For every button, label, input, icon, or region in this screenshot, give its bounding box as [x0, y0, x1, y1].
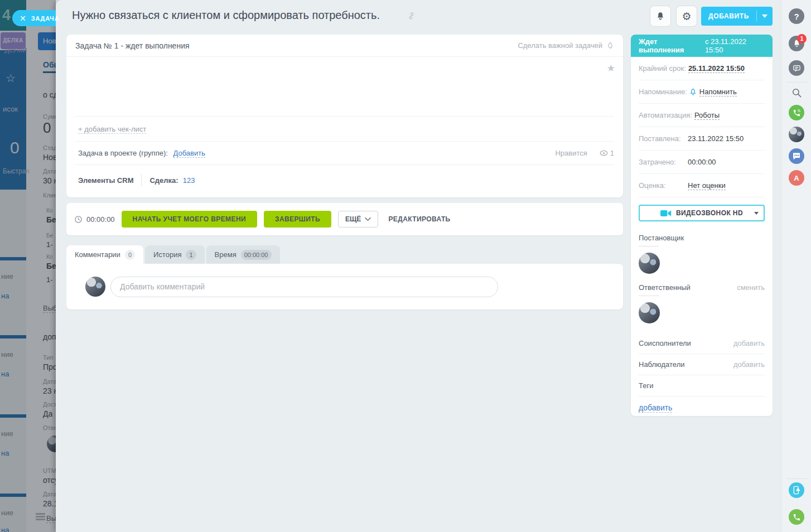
close-slider-button[interactable]: ✕ ЗАДАЧА — [12, 10, 56, 26]
current-user-avatar — [85, 277, 105, 297]
comment-input[interactable] — [110, 277, 498, 297]
project-label: Задача в проекте (группе): — [78, 149, 168, 157]
elapsed-timer: 00:00:00 — [74, 215, 115, 224]
close-icon: ✕ — [20, 14, 26, 22]
coexecutors-row: Соисполнители добавить — [639, 333, 765, 354]
field-automation: Автоматизация: Роботы — [639, 104, 765, 127]
field-label: Поставлена: — [639, 134, 688, 143]
feedback-button[interactable] — [789, 60, 804, 76]
add-coexecutor-link[interactable]: добавить — [733, 339, 765, 347]
marketplace-app-button[interactable]: A — [789, 170, 804, 186]
page-title: Нужно связаться с клиентом и сформироват… — [72, 9, 380, 22]
tags-label: Теги — [639, 381, 653, 390]
app-letter-icon: A — [794, 174, 799, 182]
notify-settings-button[interactable] — [650, 6, 671, 27]
like-link[interactable]: Нравится — [555, 149, 587, 157]
deal-label: Сделка: — [149, 176, 178, 185]
bell-icon — [655, 11, 665, 21]
divider — [786, 82, 807, 83]
search-button[interactable] — [789, 85, 804, 100]
timer-value: 00:00:00 — [86, 215, 115, 224]
add-button-label: ДОБАВИТЬ — [701, 12, 756, 20]
add-button[interactable]: ДОБАВИТЬ — [701, 7, 773, 26]
start-time-tracking-button[interactable]: НАЧАТЬ УЧЕТ МОЕГО ВРЕМЕНИ — [122, 211, 257, 228]
views-counter: 1 — [600, 149, 614, 157]
telephony-button[interactable] — [789, 105, 804, 120]
field-label: Затрачено: — [639, 158, 688, 166]
clock-icon — [74, 215, 83, 224]
responsible-avatar[interactable] — [639, 302, 660, 323]
field-label: Напоминание: — [639, 88, 689, 96]
chevron-down-icon — [762, 14, 767, 18]
divider — [786, 478, 807, 479]
profile-avatar[interactable] — [789, 127, 804, 142]
finish-task-button[interactable]: ЗАВЕРШИТЬ — [264, 211, 331, 228]
project-add-link[interactable]: Добавить — [173, 149, 205, 158]
rating-link[interactable]: Нет оценки — [688, 181, 726, 190]
responsible-label: Ответственный — [639, 283, 737, 296]
coexecutors-label: Соисполнители — [639, 339, 691, 347]
phone-handset-icon — [793, 513, 801, 521]
video-call-button[interactable]: ВИДЕОЗВОНОК HD — [639, 205, 765, 221]
robots-link[interactable]: Роботы — [694, 111, 720, 120]
time-spent-value: 00:00:00 — [688, 158, 716, 166]
add-checklist-link[interactable]: + добавить чек-лист — [78, 125, 146, 134]
tags-row: Теги — [639, 375, 765, 396]
call-widget-button[interactable] — [789, 509, 804, 525]
more-label: ЕЩЁ — [345, 215, 361, 223]
created-value: 23.11.2022 15:50 — [688, 134, 744, 143]
task-topbar: Нужно связаться с клиентом и сформироват… — [56, 0, 781, 32]
video-call-label: ВИДЕОЗВОНОК HD — [676, 209, 743, 217]
add-tag-link[interactable]: добавить — [639, 403, 672, 413]
tab-time[interactable]: Время 00:00:00 — [206, 245, 280, 264]
tab-comments[interactable]: Комментарии 0 — [66, 245, 143, 264]
task-description-area[interactable]: ★ — [66, 57, 623, 116]
favorite-star-icon[interactable]: ★ — [607, 62, 615, 74]
task-slider-panel: ✕ ЗАДАЧА Нужно связаться с клиентом и сф… — [56, 0, 781, 532]
status-title: Ждет выполнения — [639, 37, 703, 54]
tab-time-value: 00:00:00 — [241, 250, 272, 260]
make-important-link[interactable]: Сделать важной задачей — [518, 41, 614, 50]
mobile-app-button[interactable] — [789, 482, 804, 498]
status-since: с 23.11.2022 15:50 — [705, 37, 765, 54]
flame-icon — [606, 41, 614, 50]
deadline-value[interactable]: 25.11.2022 15:50 — [688, 64, 745, 73]
avatar — [789, 127, 804, 142]
copy-link-icon[interactable] — [407, 12, 416, 22]
more-actions-button[interactable]: ЕЩЁ — [338, 211, 378, 228]
search-icon — [791, 88, 802, 98]
tab-comments-count: 0 — [125, 250, 135, 260]
task-settings-button[interactable]: ⚙ — [676, 6, 697, 27]
tab-history[interactable]: История 1 — [145, 245, 205, 264]
gear-icon: ⚙ — [682, 11, 691, 22]
reminder-link[interactable]: Напомнить — [699, 88, 737, 96]
help-button[interactable]: ? — [789, 8, 804, 24]
deal-link[interactable]: 123 — [183, 176, 195, 185]
field-deadline: Крайний срок: 25.11.2022 15:50 — [639, 57, 765, 80]
feedback-bubble-icon — [793, 64, 801, 72]
status-header: Ждет выполнения с 23.11.2022 15:50 — [631, 35, 773, 57]
task-status-line: Задача № 1 - ждет выполнения — [75, 41, 190, 50]
mobile-cloud-icon — [793, 486, 800, 495]
task-action-bar: 00:00:00 НАЧАТЬ УЧЕТ МОЕГО ВРЕМЕНИ ЗАВЕР… — [66, 203, 623, 235]
field-label: Автоматизация: — [639, 111, 694, 119]
creator-label: Постановщик — [639, 234, 765, 246]
close-chip-label: ЗАДАЧА — [31, 15, 60, 22]
slider-dim-overlay[interactable] — [0, 0, 56, 532]
task-card: Задача № 1 - ждет выполнения Сделать важ… — [66, 35, 623, 197]
add-dropdown-toggle[interactable] — [757, 14, 773, 18]
tab-history-count: 1 — [186, 250, 196, 260]
add-observer-link[interactable]: добавить — [733, 360, 765, 369]
observers-row: Наблюдатели добавить — [639, 354, 765, 375]
field-label: Крайний срок: — [639, 64, 688, 72]
creator-avatar[interactable] — [639, 253, 660, 274]
change-responsible-link[interactable]: сменить — [737, 283, 765, 292]
group-chat-button[interactable] — [789, 148, 804, 164]
field-time-spent: Затрачено: 00:00:00 — [639, 151, 765, 174]
edit-task-button[interactable]: РЕДАКТИРОВАТЬ — [388, 215, 450, 223]
field-created: Поставлена: 23.11.2022 15:50 — [639, 127, 765, 151]
field-label: Оценка: — [639, 181, 688, 190]
right-toolbar-rail: ? 1 A — [781, 0, 811, 532]
tab-label: Время — [215, 250, 236, 259]
tab-label: Комментарии — [75, 250, 120, 259]
